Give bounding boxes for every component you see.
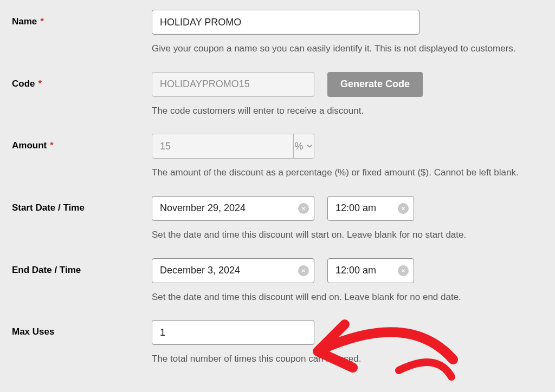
amount-label: Amount* [12,140,54,151]
start-date-input[interactable] [152,196,314,221]
label-col-amount: Amount* [11,134,152,151]
required-marker: * [40,16,44,27]
coupon-form: Name* Give your coupon a name so you can… [0,0,555,392]
label-col-start: Start Date / Time [11,196,152,213]
row-amount: Amount* % The amount of the discount as … [11,134,544,180]
maxuses-input[interactable] [152,320,314,345]
label-col-code: Code* [11,72,152,89]
row-end: End Date / Time Set the date and time th… [11,258,544,304]
row-start: Start Date / Time Set the date and time … [11,196,544,242]
amount-input[interactable] [152,134,293,158]
clear-end-date-button[interactable] [298,265,309,276]
amount-unit-label: % [294,141,303,152]
label-col-name: Name* [11,10,152,27]
start-date-wrap [152,196,314,221]
end-date-input[interactable] [152,258,314,283]
generate-code-button[interactable]: Generate Code [327,72,423,97]
clear-start-date-button[interactable] [298,203,309,214]
required-marker: * [50,140,54,151]
clear-start-time-button[interactable] [398,203,409,214]
code-label: Code* [12,79,42,89]
name-input[interactable] [152,10,420,35]
field-col-code: Generate Code The code customers will en… [152,72,544,118]
required-marker: * [38,79,42,89]
name-label: Name* [12,16,44,27]
end-date-wrap [152,258,314,283]
start-label: Start Date / Time [12,202,85,213]
field-col-amount: % The amount of the discount as a percen… [152,134,544,180]
end-time-wrap [327,258,414,283]
field-col-maxuses: The total number of times this coupon ca… [152,320,544,366]
close-icon [401,206,406,211]
row-maxuses: Max Uses The total number of times this … [11,320,544,366]
close-icon [301,206,306,211]
row-code: Code* Generate Code The code customers w… [11,72,544,118]
field-col-end: Set the date and time this discount will… [152,258,544,304]
end-label: End Date / Time [12,265,81,275]
amount-wrap: % [152,134,314,159]
amount-unit-select[interactable]: % [293,134,314,158]
close-icon [401,268,406,273]
chevron-down-icon [306,142,313,150]
start-help: Set the date and time this discount will… [152,228,544,242]
code-help: The code customers will enter to receive… [152,104,544,118]
maxuses-help: The total number of times this coupon ca… [152,352,544,366]
label-col-end: End Date / Time [11,258,152,276]
label-col-maxuses: Max Uses [11,320,152,337]
clear-end-time-button[interactable] [398,265,409,276]
name-help: Give your coupon a name so you can easil… [152,42,544,56]
amount-help: The amount of the discount as a percenta… [152,166,544,180]
close-icon [301,268,306,273]
field-col-name: Give your coupon a name so you can easil… [152,10,544,56]
row-name: Name* Give your coupon a name so you can… [11,10,544,56]
field-col-start: Set the date and time this discount will… [152,196,544,242]
maxuses-label: Max Uses [12,326,54,337]
code-input[interactable] [152,72,314,97]
start-time-wrap [327,196,414,221]
end-help: Set the date and time this discount will… [152,291,544,304]
